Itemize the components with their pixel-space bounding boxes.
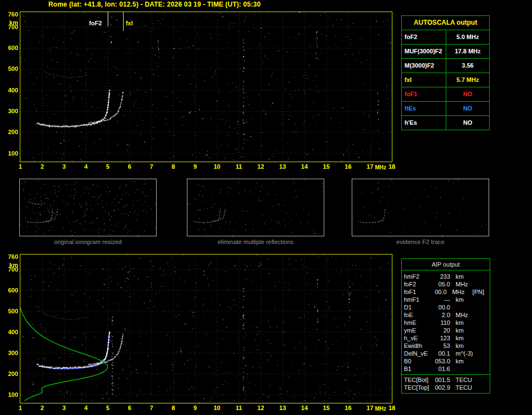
y-tick-0-100: 100 (3, 150, 18, 157)
x-tick-0-18: 18 (386, 163, 397, 170)
y-tick-1-600: 600 (3, 287, 18, 294)
aip-note (478, 376, 487, 384)
aip-label: DelN_vE (404, 350, 433, 357)
aip-unit: km (456, 342, 478, 350)
autoscala-row-label: foF1 (402, 87, 446, 101)
aip-row-hmF2: hmF2233km (402, 273, 490, 280)
aip-note (478, 280, 487, 288)
aip-value: 233 (433, 273, 450, 280)
x-tick-1-6: 6 (124, 405, 135, 411)
aip-value: 00.0 (430, 288, 447, 296)
autoscala-row-foF1: foF1NO (402, 87, 489, 101)
aip-note (478, 342, 487, 350)
x-tick-1-17: 17 (364, 405, 375, 411)
ionogram-canvas-top (20, 12, 392, 162)
thumb-original-canvas (20, 179, 156, 236)
aip-value: 01.6 (433, 365, 450, 373)
autoscala-row-h'Es: h'EsNO (402, 115, 489, 130)
autoscala-row-label: fxI (402, 73, 446, 87)
aip-row-B1: B101.6 (402, 365, 490, 373)
aip-row-foF1: foF100.0MHz[PN] (402, 288, 490, 296)
aip-label: foF1 (404, 288, 430, 296)
aip-label: Ewidth (404, 342, 433, 350)
thumb-evidence-f2 (352, 179, 489, 236)
autoscala-output-panel: AUTOSCALA output foF25.0 MHzMUF(3000)F21… (401, 15, 490, 130)
thumb-original-ionogram (19, 179, 157, 236)
thumb-caption-original: original ionogram resized (19, 239, 157, 245)
aip-row-foF2: foF205.0MHz (402, 280, 490, 288)
x-tick-1-18: 18 (386, 405, 397, 411)
ionogram-plot-bottom (20, 254, 392, 403)
thumb-caption-eliminate: eliminate multiple reflections (187, 239, 324, 245)
x-tick-0-11: 11 (234, 163, 245, 170)
aip-row-TEC[Bot]: TEC[Bot]001.5TECU (402, 374, 490, 384)
aip-value: 110 (433, 319, 450, 327)
aip-label: hmF2 (404, 273, 433, 280)
foF2-marker-label: foF2 (89, 20, 102, 26)
aip-value: 123 (433, 334, 450, 342)
aip-unit: km (456, 296, 478, 303)
aip-row-TEC[Top]: TEC[Top]002.9TECU (402, 384, 490, 391)
aip-row-hmE: hmE110km (402, 319, 490, 327)
x-tick-1-2: 2 (37, 405, 48, 411)
aip-panel-title: AIP output (402, 259, 490, 270)
aip-row-D1: D100.0 (402, 303, 490, 311)
y-tick-1-760: 760 (3, 253, 18, 260)
aip-row-DelN_vE: DelN_vE00.1m^(-3) (402, 350, 490, 357)
autoscala-row-M(3000)F2: M(3000)F23.56 (402, 58, 489, 73)
x-axis-unit-1: MHz (375, 406, 386, 412)
autoscala-row-label: M(3000)F2 (402, 59, 446, 73)
y-axis-unit-1: km (3, 262, 18, 268)
aip-note (478, 311, 487, 319)
aip-unit: MHz (452, 288, 473, 296)
aip-row-h_vE: h_vE123km (402, 334, 490, 342)
aip-label: D1 (404, 303, 433, 311)
autoscala-row-value: 3.56 (446, 59, 489, 73)
x-tick-1-7: 7 (146, 405, 157, 411)
aip-label: B1 (404, 365, 433, 373)
aip-row-foE: foE2.0MHz (402, 311, 490, 319)
autoscala-row-value: 17.8 MHz (446, 45, 489, 58)
aip-value: 002.9 (433, 384, 450, 391)
y-tick-0-400: 400 (3, 87, 18, 93)
aip-note (478, 327, 487, 334)
x-tick-1-5: 5 (102, 405, 113, 411)
aip-row-hmF1: hmF1---km (402, 296, 490, 303)
autoscala-row-MUF(3000)F2: MUF(3000)F217.8 MHz (402, 44, 489, 58)
aip-label: foF2 (404, 280, 433, 288)
aip-value: 53 (433, 342, 450, 350)
aip-label: hmE (404, 319, 433, 327)
x-tick-1-9: 9 (190, 405, 201, 411)
x-tick-0-2: 2 (37, 163, 48, 170)
aip-row-ymE: ymE20km (402, 327, 490, 334)
autoscala-row-label: foF2 (402, 30, 446, 44)
autoscala-row-value: NO (446, 87, 489, 101)
y-tick-1-500: 500 (3, 308, 18, 314)
x-tick-0-16: 16 (342, 163, 353, 170)
x-tick-0-13: 13 (277, 163, 288, 170)
thumb-eliminate-canvas (187, 179, 324, 236)
station-header-title: Rome (lat: +41.8, lon: 012.5) - DATE: 20… (48, 1, 261, 8)
autoscala-row-label: ftEs (402, 102, 446, 115)
x-tick-0-14: 14 (299, 163, 310, 170)
aip-note (478, 357, 487, 365)
x-tick-0-12: 12 (255, 163, 266, 170)
aip-unit: MHz (456, 280, 478, 288)
x-tick-0-3: 3 (59, 163, 70, 170)
x-axis-unit-0: MHz (375, 164, 386, 170)
aip-unit: km (456, 327, 478, 334)
aip-label: ymE (404, 327, 433, 334)
y-tick-1-400: 400 (3, 329, 18, 335)
x-tick-0-4: 4 (80, 163, 91, 170)
autoscala-row-label: h'Es (402, 116, 446, 130)
aip-note (478, 384, 487, 391)
aip-unit: km (456, 273, 478, 280)
autoscala-row-label: MUF(3000)F2 (402, 45, 446, 58)
aip-value: --- (433, 296, 450, 303)
x-tick-0-17: 17 (364, 163, 375, 170)
x-tick-0-1: 1 (15, 163, 26, 170)
fxI-marker-label: fxI (126, 20, 133, 26)
aip-note (478, 350, 487, 357)
y-tick-0-760: 760 (3, 11, 18, 18)
autoscala-row-foF2: foF25.0 MHz (402, 30, 489, 44)
